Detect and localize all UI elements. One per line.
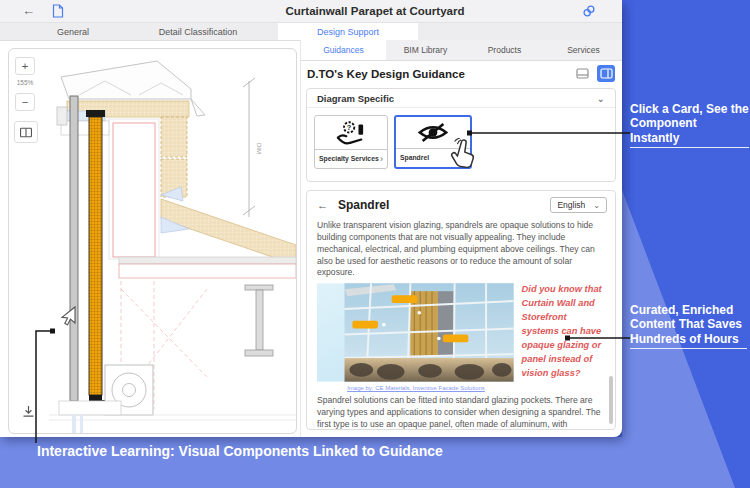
book-pages-icon <box>19 126 33 139</box>
card-specialty-services[interactable]: ? Specialty Services › <box>314 115 388 169</box>
annotation-curated-content: Curated, Enriched Content That Saves Hun… <box>630 303 747 349</box>
spandrel-article: ← Spandrel English ⌄ Unlike transparent … <box>306 190 616 430</box>
tab-guidances[interactable]: Guidances <box>301 40 386 60</box>
app-topbar: ← Curtainwall Parapet at Courtyard <box>0 0 622 23</box>
tab-bim-library[interactable]: BIM Library <box>386 40 465 60</box>
document-icon[interactable] <box>52 4 64 18</box>
article-paragraph-2: Spandrel solutions can be fitted into st… <box>317 395 605 430</box>
download-button[interactable] <box>17 401 39 421</box>
zoom-in-button[interactable]: + <box>15 57 35 75</box>
spandrel-hidden-icon <box>416 121 450 144</box>
diagram-specific-header[interactable]: Diagram Specific ⌄ <box>307 89 615 108</box>
svg-text:?: ? <box>347 123 352 132</box>
specialty-services-icon: ? <box>334 119 368 147</box>
detail-drawing: DIM <box>9 49 296 433</box>
chevron-right-icon: › <box>380 154 383 164</box>
tab-services[interactable]: Services <box>544 40 622 60</box>
dock-right-icon <box>600 68 613 79</box>
app-window: ← Curtainwall Parapet at Courtyard Gener… <box>0 0 622 437</box>
tab-design-support[interactable]: Design Support <box>278 23 418 40</box>
dock-bottom-icon <box>576 68 589 79</box>
zoom-level: 155% <box>11 79 39 86</box>
drawing-viewport[interactable]: DIM + <box>8 48 297 434</box>
did-you-know-callout: Did you know that Curtain Wall and Store… <box>522 283 605 382</box>
card-label: Specialty Services <box>319 155 379 162</box>
dock-right-view-button[interactable] <box>597 65 615 82</box>
guidance-heading: D.TO's Key Design Guidance <box>307 64 617 84</box>
chevron-down-icon: ⌄ <box>593 201 600 210</box>
spandrel-photo <box>317 283 514 382</box>
page-title: Curtainwall Parapet at Courtyard <box>128 0 622 22</box>
layers-panel-button[interactable] <box>14 121 38 143</box>
language-select[interactable]: English ⌄ <box>550 197 607 213</box>
download-icon <box>21 404 36 419</box>
share-link-icon[interactable] <box>582 4 596 18</box>
tab-general[interactable]: General <box>28 23 118 40</box>
article-paragraph-1: Unlike transparent vision glazing, spand… <box>317 220 605 279</box>
card-label: Spandrel <box>400 154 429 161</box>
dock-bottom-view-button[interactable] <box>573 65 591 82</box>
tab-products[interactable]: Products <box>465 40 544 60</box>
diagram-specific-title: Diagram Specific <box>317 93 394 104</box>
zoom-out-button[interactable]: − <box>15 93 35 111</box>
svg-text:DIM: DIM <box>256 143 262 154</box>
guidance-panel: Guidances BIM Library Products Services … <box>300 40 622 437</box>
tab-detail-classification[interactable]: Detail Classification <box>118 23 278 40</box>
chevron-down-icon: ⌄ <box>597 93 605 104</box>
main-tab-bar: General Detail Classification Design Sup… <box>0 23 622 41</box>
annotation-interactive-learning: Interactive Learning: Visual Components … <box>37 443 443 459</box>
guidance-tab-bar: Guidances BIM Library Products Services <box>301 40 622 61</box>
image-caption-link[interactable]: Image by: CE Materials, Inventive Facade… <box>317 385 515 391</box>
article-title: Spandrel <box>338 198 389 212</box>
annotation-click-card: Click a Card, See the Component Instantl… <box>630 102 749 148</box>
click-hand-icon <box>449 138 477 170</box>
language-value: English <box>557 200 585 210</box>
article-back-icon[interactable]: ← <box>317 199 328 211</box>
article-scrollbar[interactable] <box>609 376 613 424</box>
back-icon[interactable]: ← <box>22 0 35 22</box>
